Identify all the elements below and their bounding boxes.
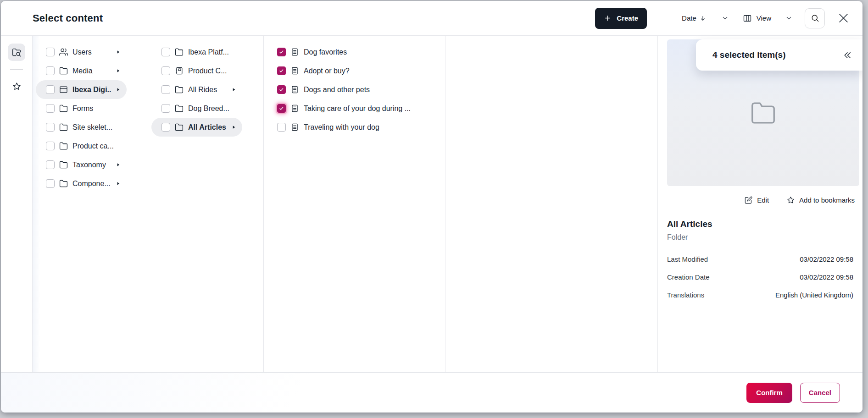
- tree-column-1: UsersMediaIbexa Digi...FormsSite skelet.…: [33, 36, 148, 372]
- arrow-down-icon: [699, 15, 707, 22]
- item-checkbox[interactable]: [46, 48, 55, 56]
- meta-row: Last Modified03/02/2022 09:58: [667, 255, 859, 263]
- tree-item[interactable]: Site skelet...: [36, 118, 127, 137]
- star-icon: [12, 82, 22, 91]
- left-rail: [1, 36, 33, 372]
- item-label: Media: [72, 67, 93, 75]
- item-checkbox[interactable]: [46, 104, 55, 113]
- tree-item[interactable]: Forms: [36, 99, 127, 118]
- article-icon: [290, 48, 299, 56]
- meta-row: Creation Date03/02/2022 09:58: [667, 273, 859, 281]
- tree-item[interactable]: Dog Breed...: [151, 99, 242, 118]
- item-checkbox[interactable]: [277, 85, 286, 94]
- expand-caret-icon[interactable]: [116, 68, 121, 73]
- expand-caret-icon[interactable]: [231, 125, 236, 130]
- item-checkbox[interactable]: [46, 66, 55, 75]
- view-label[interactable]: View: [757, 14, 771, 22]
- item-label: All Rides: [188, 86, 217, 94]
- tree-item[interactable]: Ibexa Digi...: [36, 80, 127, 99]
- chevron-down-icon: [721, 14, 729, 22]
- content-item[interactable]: Dog favorites: [267, 43, 424, 61]
- expand-caret-icon[interactable]: [116, 50, 121, 55]
- tree-item[interactable]: Media: [36, 61, 127, 80]
- item-checkbox[interactable]: [46, 179, 55, 188]
- tree-item[interactable]: Users: [36, 43, 127, 61]
- sort-dropdown-button[interactable]: [721, 14, 729, 22]
- item-label: Site skelet...: [72, 123, 112, 132]
- folder-preview-icon: [750, 100, 776, 126]
- item-checkbox[interactable]: [277, 48, 286, 56]
- tree-item[interactable]: All Rides: [151, 80, 242, 99]
- star-icon: [786, 196, 795, 204]
- item-label: Dog Breed...: [188, 104, 229, 113]
- article-icon: [290, 104, 299, 113]
- tree-column-2: Ibexa Platf...Product C...All RidesDog B…: [148, 36, 264, 372]
- collapse-panel-button[interactable]: [842, 50, 852, 60]
- select-content-modal: Select content Create Date: [1, 1, 862, 412]
- item-label: Users: [72, 48, 92, 56]
- item-checkbox[interactable]: [46, 142, 55, 150]
- create-button[interactable]: Create: [595, 8, 647, 29]
- meta-label: Last Modified: [667, 255, 708, 263]
- item-checkbox[interactable]: [46, 160, 55, 169]
- tree-item[interactable]: Ibexa Platf...: [151, 43, 242, 61]
- double-chevron-left-icon: [842, 50, 852, 60]
- content-item[interactable]: Adopt or buy?: [267, 61, 424, 80]
- view-dropdown-button[interactable]: [785, 14, 793, 22]
- item-checkbox[interactable]: [161, 48, 170, 56]
- item-checkbox[interactable]: [161, 123, 170, 132]
- content-item[interactable]: Dogs and other pets: [267, 80, 424, 99]
- tree-item[interactable]: All Articles: [151, 118, 242, 137]
- close-button[interactable]: [837, 11, 850, 25]
- browse-tab-button[interactable]: [8, 44, 25, 61]
- tree-item[interactable]: Compone...: [36, 174, 127, 193]
- selected-count: 4 selected item(s): [712, 50, 785, 60]
- item-checkbox[interactable]: [277, 66, 286, 75]
- close-icon: [837, 11, 850, 25]
- item-label: Forms: [72, 104, 93, 113]
- confirm-button[interactable]: Confirm: [746, 383, 792, 403]
- sort-by-date-button[interactable]: Date: [682, 14, 707, 22]
- users-icon: [59, 48, 68, 56]
- item-checkbox[interactable]: [161, 66, 170, 75]
- bookmarks-tab-button[interactable]: [8, 77, 25, 95]
- cancel-button[interactable]: Cancel: [800, 383, 840, 403]
- expand-caret-icon[interactable]: [116, 87, 121, 92]
- expand-caret-icon[interactable]: [116, 162, 121, 167]
- edit-button[interactable]: Edit: [744, 196, 769, 204]
- item-title: All Articles: [667, 219, 859, 229]
- columns-view-icon: [743, 14, 752, 23]
- add-to-bookmarks-button[interactable]: Add to bookmarks: [786, 196, 855, 204]
- item-checkbox[interactable]: [161, 104, 170, 113]
- folder-icon: [59, 104, 68, 113]
- search-button[interactable]: [805, 8, 825, 28]
- tree-item[interactable]: Product ca...: [36, 137, 127, 155]
- item-checkbox[interactable]: [277, 104, 286, 113]
- meta-value: 03/02/2022 09:58: [800, 273, 853, 281]
- folder-icon: [175, 48, 184, 56]
- article-icon: [290, 85, 299, 94]
- item-label: Traveling with your dog: [304, 123, 379, 132]
- content-item[interactable]: Taking care of your dog during ...: [267, 99, 424, 118]
- item-checkbox[interactable]: [277, 123, 286, 132]
- meta-value: English (United Kingdom): [775, 291, 853, 299]
- sort-control: Date: [682, 14, 729, 22]
- meta-label: Creation Date: [667, 273, 710, 281]
- item-checkbox[interactable]: [46, 85, 55, 94]
- tree-item[interactable]: Taxonomy: [36, 155, 127, 174]
- folder-icon: [175, 104, 184, 113]
- item-type: Folder: [667, 233, 859, 242]
- item-checkbox[interactable]: [46, 123, 55, 132]
- item-checkbox[interactable]: [161, 85, 170, 94]
- expand-caret-icon[interactable]: [116, 181, 121, 186]
- expand-caret-icon[interactable]: [231, 87, 236, 92]
- site-icon: [59, 85, 68, 94]
- selected-items-card: 4 selected item(s): [696, 39, 862, 71]
- tree-item[interactable]: Product C...: [151, 61, 242, 80]
- item-label: Product ca...: [72, 142, 114, 150]
- search-icon: [811, 14, 819, 22]
- content-item[interactable]: Traveling with your dog: [267, 118, 424, 137]
- item-label: Taking care of your dog during ...: [304, 104, 411, 113]
- tree-column-3: Dog favoritesAdopt or buy?Dogs and other…: [264, 36, 445, 372]
- modal-footer: Confirm Cancel: [1, 372, 862, 412]
